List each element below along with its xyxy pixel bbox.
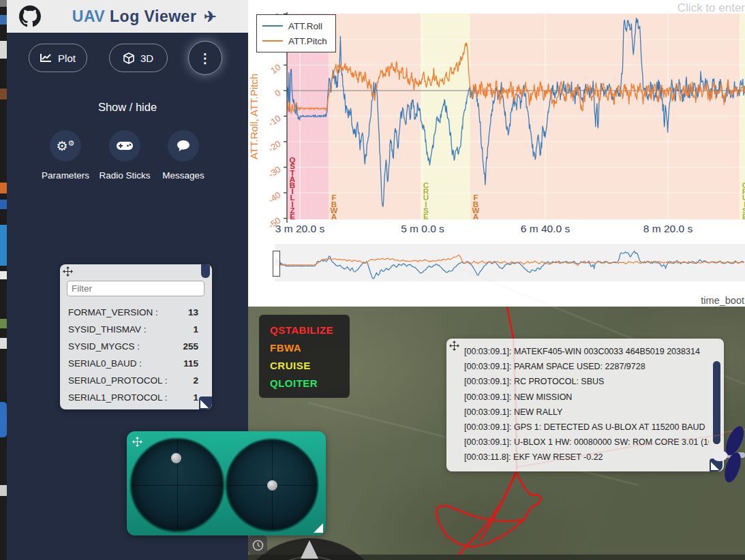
cube-icon (123, 52, 134, 64)
svg-text:ATT.Roll, ATT.Pitch: ATT.Roll, ATT.Pitch (248, 74, 260, 159)
parameter-name: FORMAT_VERSION : (68, 304, 158, 321)
parameter-row[interactable]: SYSID_THISMAV :1 (68, 321, 198, 338)
more-menu-button[interactable]: ⋮ (188, 41, 222, 75)
filter-input[interactable] (67, 281, 204, 296)
toggle-parameters-button[interactable]: ⚙⚙ (50, 130, 81, 161)
svg-text:8 m 20.0 s: 8 m 20.0 s (643, 223, 693, 234)
svg-text:QSTABILIZE: QSTABILIZE (290, 156, 296, 221)
messages-resize-handle[interactable] (710, 458, 723, 471)
svg-text:CRUISE: CRUISE (742, 181, 745, 221)
svg-text:3 m 20.0 s: 3 m 20.0 s (275, 223, 325, 234)
move-handle-icon[interactable] (449, 341, 459, 351)
parameter-name: SERIAL1_PROTOCOL : (68, 389, 168, 406)
flight-mode-label: QSTABILIZE (270, 322, 350, 339)
parameters-panel: FORMAT_VERSION :13SYSID_THISMAV :1SYSID_… (60, 264, 212, 409)
legend-label-roll: ATT.Roll (288, 21, 322, 31)
parameter-row[interactable]: SERIAL1_BAUD :38 (68, 406, 198, 409)
parameter-value: 1 (193, 389, 198, 406)
roll-line-swatch (262, 25, 283, 27)
x-axis-title: time_boot (701, 295, 744, 306)
radio-resize-handle[interactable] (314, 523, 323, 533)
message-line: [00:03:09.1]: MATEKF405-WIN 003C0033 464… (464, 344, 709, 359)
messages-scrollbar[interactable] (713, 361, 720, 444)
parameter-list: FORMAT_VERSION :13SYSID_THISMAV :1SYSID_… (68, 304, 198, 409)
svg-text:CRUISE: CRUISE (423, 181, 429, 221)
flight-mode-label: CRUISE (270, 357, 350, 375)
uav-log-viewer-app: { "window": { "click_to_enter": "Click t… (0, 0, 745, 560)
svg-text:-20: -20 (267, 138, 283, 154)
toggle-messages-button[interactable] (168, 130, 199, 161)
svg-text:10: 10 (269, 62, 282, 76)
right-stick-gauge (226, 439, 318, 531)
parameter-value: 115 (183, 355, 198, 372)
parameter-value: 38 (188, 406, 198, 409)
gears-icon: ⚙⚙ (57, 138, 75, 154)
move-handle-icon[interactable] (132, 437, 142, 447)
legend-item-pitch[interactable]: ATT.Pitch (262, 33, 327, 48)
range-selector-handle[interactable] (273, 251, 280, 277)
gamepad-icon (117, 141, 133, 151)
message-list: [00:03:09.1]: MATEKF405-WIN 003C0033 464… (464, 344, 709, 465)
clock-icon (252, 540, 264, 551)
parameter-name: SERIAL1_BAUD : (68, 406, 142, 409)
svg-text:6 m 40.0 s: 6 m 40.0 s (521, 223, 571, 234)
parameter-name: SYSID_MYGCS : (68, 338, 140, 355)
click-to-enter-hint[interactable]: Click to enter (678, 1, 745, 15)
parameters-scrollbar[interactable] (201, 264, 210, 278)
message-line: [00:03:09.1]: NEW MISSION (464, 390, 709, 405)
parameter-row[interactable]: FORMAT_VERSION :13 (68, 304, 198, 321)
plot-section: Click to enter 3020100-10-20-30-40-50ATT… (248, 0, 745, 307)
right-stick-position (267, 480, 277, 491)
message-line: [00:03:09.1]: NEW RALLY (464, 405, 709, 420)
3d-tab-button[interactable]: 3D (109, 44, 168, 72)
messages-panel: [00:03:09.1]: MATEKF405-WIN 003C0033 464… (446, 339, 724, 471)
github-icon[interactable] (19, 5, 41, 27)
parameter-row[interactable]: SERIAL1_PROTOCOL :1 (68, 389, 198, 406)
move-handle-icon[interactable] (63, 266, 73, 277)
clock-button[interactable] (248, 535, 267, 555)
svg-text:-30: -30 (267, 164, 283, 180)
svg-text:5 m 0.0 s: 5 m 0.0 s (401, 223, 444, 234)
radio-sticks-widget (127, 431, 326, 535)
flight-modes-legend: QSTABILIZEFBWACRUISEQLOITER (259, 315, 350, 398)
compass-needle-icon (301, 540, 318, 559)
parameters-resize-handle[interactable] (199, 396, 212, 409)
message-line: [00:03:09.1]: PARAM SPACE USED: 2287/972… (464, 359, 709, 374)
message-line: [00:03:09.1]: GPS 1: DETECTED AS U-BLOX … (464, 420, 709, 435)
parameter-row[interactable]: SYSID_MYGCS :255 (68, 338, 198, 355)
plot-tab-button[interactable]: Plot (29, 44, 87, 72)
pitch-line-swatch (262, 40, 283, 42)
toggle-radio-sticks-button[interactable] (109, 130, 140, 161)
left-stick-position (171, 453, 181, 463)
parameter-row[interactable]: SERIAL0_BAUD :115 (68, 355, 198, 372)
parameter-name: SERIAL0_PROTOCOL : (68, 372, 168, 389)
left-stick-gauge (131, 439, 224, 531)
toggle-label-messages: Messages (146, 170, 221, 181)
parameter-value: 1 (193, 321, 198, 338)
svg-text:0: 0 (273, 87, 283, 98)
parameter-name: SERIAL0_BAUD : (68, 355, 142, 372)
plane-icon: ✈ (204, 8, 217, 25)
parameter-name: SYSID_THISMAV : (68, 321, 147, 338)
parameter-value: 2 (193, 372, 198, 389)
svg-text:-10: -10 (267, 113, 283, 129)
range-overview-chart[interactable] (275, 244, 745, 281)
chart-line-icon (40, 53, 52, 63)
parameter-value: 255 (183, 338, 198, 355)
message-line: [00:03:11.8]: EKF YAW RESET -0.22 (464, 450, 709, 465)
legend-label-pitch: ATT.Pitch (288, 36, 327, 46)
vertical-ellipsis-icon: ⋮ (199, 50, 212, 66)
message-line: [00:03:09.1]: U-BLOX 1 HW: 00080000 SW: … (464, 435, 709, 450)
chart-legend: ATT.Roll ATT.Pitch (256, 14, 336, 52)
flight-mode-label: FBWA (270, 339, 350, 357)
svg-text:-40: -40 (267, 189, 283, 205)
legend-item-roll[interactable]: ATT.Roll (262, 18, 327, 33)
show-hide-title: Show / hide (7, 101, 248, 114)
chat-bubble-icon (177, 140, 189, 151)
desktop-edge-strip (0, 0, 7, 560)
page-title: UAV Log Viewer ✈ (41, 7, 248, 26)
message-line: [00:03:09.1]: RC PROTOCOL: SBUS (464, 374, 709, 389)
parameter-row[interactable]: SERIAL0_PROTOCOL :2 (68, 372, 198, 389)
flight-mode-label: QLOITER (270, 375, 350, 392)
app-header: UAV Log Viewer ✈ (7, 0, 248, 33)
